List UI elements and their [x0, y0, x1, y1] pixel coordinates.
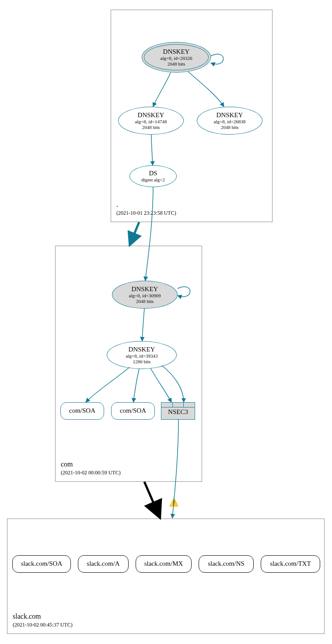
com-ksk-dnskey: DNSKEY alg=8, id=30909 2048 bits: [112, 281, 178, 309]
nsec3-box: NSEC3: [161, 402, 195, 420]
com-soa-1: com/SOA: [60, 402, 104, 420]
slack-mx: slack.com/MX: [136, 555, 192, 573]
slack-a: slack.com/A: [78, 555, 129, 573]
root-ds: DS digest alg=2: [129, 165, 177, 187]
node-title: DNSKEY: [163, 48, 190, 56]
zone-root-name: .: [116, 201, 118, 209]
root-zsk2-dnskey: DNSKEY alg=8, id=26838 2048 bits: [197, 107, 262, 135]
slack-txt: slack.com/TXT: [261, 555, 320, 573]
node-sub2: 2048 bits: [168, 61, 185, 67]
root-ksk-dnskey: DNSKEY alg=8, id=20326 2048 bits: [142, 42, 211, 73]
zone-root-ts: (2021-10-01 23:23:58 UTC): [116, 210, 176, 216]
com-soa-2: com/SOA: [111, 402, 155, 420]
slack-soa: slack.com/SOA: [12, 555, 71, 573]
warning-icon: ⚠️: [169, 498, 178, 507]
slack-ns: slack.com/NS: [199, 555, 254, 573]
zone-slack: slack.com (2021-10-02 00:45:37 UTC): [7, 519, 325, 634]
node-sub1: alg=8, id=20326: [161, 56, 192, 61]
zone-com-ts: (2021-10-02 00:00:59 UTC): [61, 470, 121, 476]
com-zsk-dnskey: DNSKEY alg=8, id=39343 1280 bits: [107, 341, 177, 369]
zone-slack-ts: (2021-10-02 00:45:37 UTC): [13, 622, 73, 628]
zone-com-name: com: [61, 460, 73, 468]
root-zsk1-dnskey: DNSKEY alg=8, id=14748 2048 bits: [118, 107, 184, 135]
zone-slack-name: slack.com: [13, 613, 41, 620]
